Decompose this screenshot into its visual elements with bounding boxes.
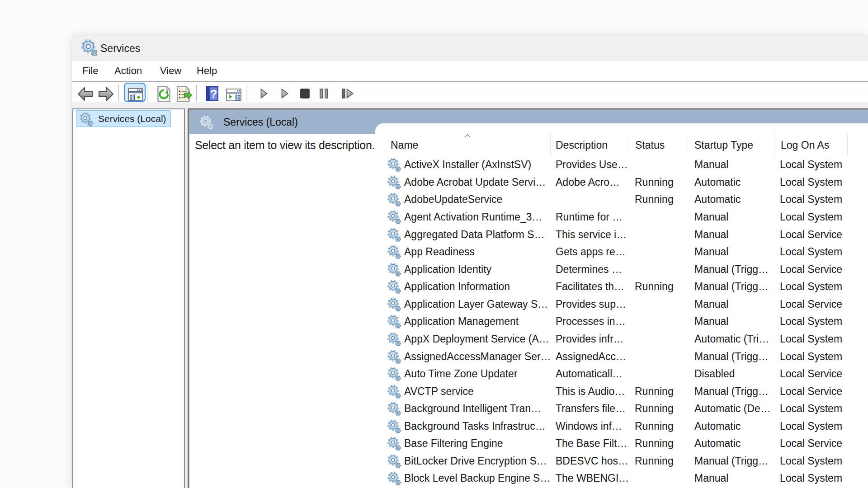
svg-text:?: ? [210, 87, 217, 101]
